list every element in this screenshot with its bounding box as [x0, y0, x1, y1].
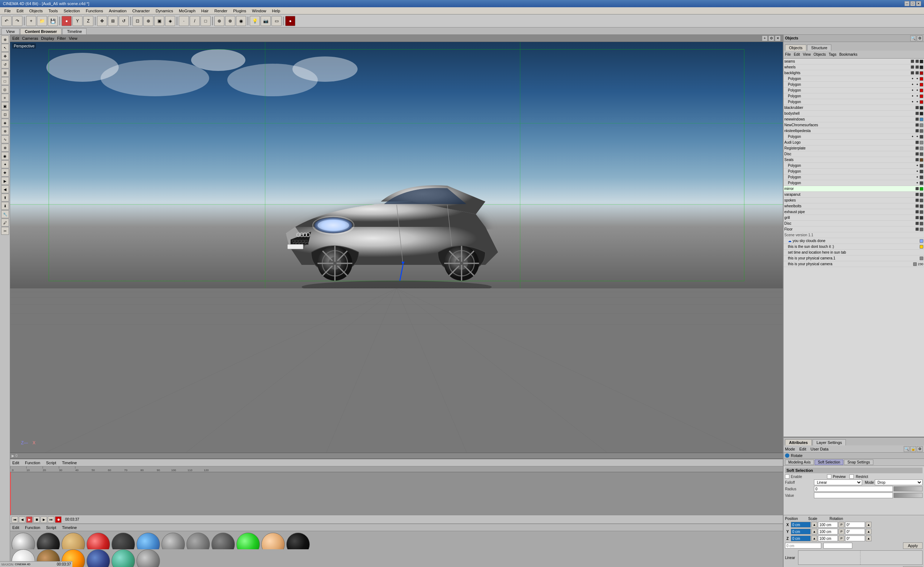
obj-row-polygon4[interactable]: Polygon ✦ ✦ [784, 93, 924, 99]
left-btn-23[interactable]: 🖊 [1, 219, 9, 226]
left-btn-12[interactable]: ⊕ [1, 127, 9, 135]
x-pos-arrow[interactable]: ▲ [812, 522, 817, 528]
tab-content-browser[interactable]: Content Browser [20, 28, 62, 34]
attr-lock-btn[interactable]: 🔒 [910, 446, 916, 452]
obj-row-sky[interactable]: ☁ you sky clouds done [784, 238, 924, 244]
radius-slider-track[interactable] [894, 486, 922, 491]
tl-play-btn[interactable]: ▶ [26, 516, 33, 523]
left-btn-5[interactable]: ⊞ [1, 69, 9, 77]
enable-checkbox[interactable] [785, 474, 789, 479]
redo-btn[interactable]: ↷ [12, 16, 22, 26]
obj-row-sun[interactable]: this is the sun dont touch it :) [784, 244, 924, 250]
tl-record-btn[interactable]: ⏺ [55, 516, 62, 523]
obj-row-polygon-s4[interactable]: Polygon ✦ [784, 180, 924, 186]
rotate-btn[interactable]: ↺ [119, 16, 129, 26]
obj-row-nksteel[interactable]: nksteelbpedesta ⬛ [784, 128, 924, 134]
left-btn-6[interactable]: □ [1, 77, 9, 85]
obj-row-backlights[interactable]: backlights ⬛ ⬛ [784, 70, 924, 76]
menu-edit[interactable]: Edit [14, 8, 26, 14]
tl-edit[interactable]: Edit [12, 460, 19, 465]
obj-menu-file[interactable]: File [785, 52, 791, 57]
left-btn-22[interactable]: 🔧 [1, 210, 9, 218]
material-grey[interactable] [186, 532, 210, 549]
left-btn-16[interactable]: ✦ [1, 160, 9, 168]
material-chrome[interactable] [12, 532, 35, 549]
obj-menu-tags[interactable]: Tags [829, 52, 836, 57]
obj-row-polygon-s3[interactable]: Polygon ✦ [784, 174, 924, 180]
material-red[interactable] [87, 532, 110, 549]
render-region-btn[interactable]: Y [72, 16, 82, 26]
attr-edit[interactable]: Edit [800, 447, 806, 451]
obj-row-polygon-nk[interactable]: Polygon ✦ ✦ [784, 134, 924, 140]
obj-row-physcam1[interactable]: this is your physical camera.1 [784, 255, 924, 261]
tl-end-btn[interactable]: ⏭ [48, 516, 54, 523]
menu-render[interactable]: Render [212, 8, 230, 14]
obj-row-varapanut[interactable]: varapanut ⬛ [784, 192, 924, 198]
obj-row-polygon3[interactable]: Polygon ✦ ✦ [784, 88, 924, 93]
attr-tab-layer-settings[interactable]: Layer Settings [813, 439, 846, 446]
objects-search-btn[interactable]: 🔍 [910, 36, 916, 41]
preview-checkbox[interactable] [827, 474, 831, 479]
poly-select-btn[interactable]: ◈ [165, 16, 175, 26]
menu-tools[interactable]: Tools [46, 8, 61, 14]
render-to-po-btn[interactable]: Z [83, 16, 93, 26]
obj-row-exhaust[interactable]: exhaust pipe ⬛ [784, 209, 924, 215]
obj-row-wheelbolts[interactable]: wheelbolts ⬛ [784, 203, 924, 209]
attr-user-data[interactable]: User Data [811, 447, 829, 451]
material-metal2[interactable] [136, 549, 160, 567]
obj-row-polygon1[interactable]: Polygon ✦ ✦ [784, 76, 924, 82]
obj-tab-structure[interactable]: Structure [807, 45, 831, 51]
floor-btn[interactable]: ▭ [272, 16, 282, 26]
poly-mode-btn[interactable]: □ [201, 16, 211, 26]
y-rot-input[interactable] [845, 529, 865, 534]
obj-row-audilogo[interactable]: Audi Logo ⬛ [784, 140, 924, 146]
snap-settings-btn[interactable]: Snap Settings [844, 459, 873, 465]
obj-row-polygon-s1[interactable]: Polygon ✦ [784, 163, 924, 169]
left-btn-18[interactable]: ▶ [1, 177, 9, 185]
obj-row-scene[interactable]: Scene version 1.1 [784, 232, 924, 238]
vp-filter[interactable]: Filter [57, 36, 66, 40]
obj-row-chromesurfaces[interactable]: NewChromesurfaces ⬛ [784, 122, 924, 128]
left-btn-3[interactable]: ✥ [1, 52, 9, 60]
mat-function[interactable]: Function [25, 525, 40, 530]
menu-objects[interactable]: Objects [26, 8, 46, 14]
obj-menu-edit[interactable]: Edit [794, 52, 800, 57]
vp-display[interactable]: Display [41, 36, 54, 40]
x-scale-input[interactable] [818, 522, 838, 528]
obj-row-seats[interactable]: Seats ⬛ [784, 157, 924, 163]
snap-btn[interactable]: ◉ [236, 16, 246, 26]
material-tan[interactable] [62, 532, 85, 549]
vp-close-btn[interactable]: ✕ [775, 36, 781, 41]
vp-maximize-btn[interactable]: + [762, 36, 768, 41]
obj-row-registerplate[interactable]: Registerplate ⬛ [784, 146, 924, 151]
y-scale-input[interactable] [818, 529, 838, 534]
open-btn[interactable]: 📁 [37, 16, 47, 26]
point-mode-btn[interactable]: · [179, 16, 189, 26]
obj-row-seams[interactable]: seams ⬛ ⬛ [784, 58, 924, 64]
obj-row-blackrubber[interactable]: blackrubber ⬛ [784, 105, 924, 111]
left-btn-14[interactable]: ⊗ [1, 144, 9, 152]
obj-row-settime[interactable]: set time and location here in sun tab [784, 250, 924, 255]
left-btn-9[interactable]: ▣ [1, 102, 9, 110]
x-pos-input[interactable] [791, 522, 811, 528]
scale-btn[interactable]: ⊞ [108, 16, 118, 26]
material-black2[interactable] [286, 532, 310, 549]
obj-row-mirror[interactable]: mirror ⬛ [784, 186, 924, 192]
apply-btn[interactable]: Apply [903, 542, 922, 549]
obj-row-wheels[interactable]: wheels ⬛ ⬛ [784, 64, 924, 70]
undo-btn[interactable]: ↶ [2, 16, 12, 26]
attr-settings-btn[interactable]: ⚙ [917, 446, 922, 452]
material-teal[interactable] [111, 549, 135, 567]
edge-mode-btn[interactable]: / [190, 16, 200, 26]
render-btn[interactable]: ● [62, 16, 72, 26]
obj-row-polygon2[interactable]: Polygon ✦ ✦ [784, 82, 924, 88]
material-blue[interactable] [136, 532, 160, 549]
left-btn-4[interactable]: ↺ [1, 60, 9, 68]
menu-character[interactable]: Character [130, 8, 153, 14]
menu-animation[interactable]: Animation [106, 8, 130, 14]
mat-edit[interactable]: Edit [12, 525, 19, 530]
x-rot-input[interactable] [845, 522, 865, 528]
y-rot-arrow[interactable]: ▲ [866, 529, 872, 534]
vp-view[interactable]: View [69, 36, 78, 40]
left-btn-19[interactable]: ◀ [1, 185, 9, 193]
